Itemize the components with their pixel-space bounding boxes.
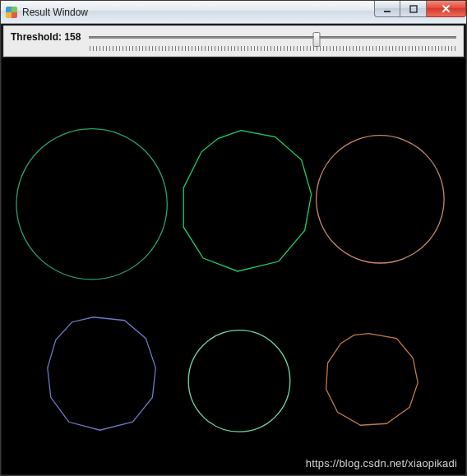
threshold-label: Threshold: 158 <box>11 31 81 43</box>
contour-bottom-middle <box>188 330 290 432</box>
maximize-button[interactable] <box>400 1 427 17</box>
result-canvas: https://blog.csdn.net/xiaopikadi <box>2 58 465 474</box>
minimize-icon <box>383 5 391 13</box>
contour-svg <box>2 58 465 474</box>
contour-bottom-left <box>48 317 156 430</box>
threshold-trackbar[interactable]: Threshold: 158 <box>11 30 456 44</box>
svg-rect-0 <box>384 11 391 12</box>
window-frame: Result Window Threshold: 1 <box>0 0 467 476</box>
svg-rect-1 <box>410 6 417 12</box>
threshold-slider-thumb[interactable] <box>313 32 321 47</box>
window-title: Result Window <box>22 7 374 18</box>
window-controls <box>374 1 466 17</box>
close-button[interactable] <box>427 1 466 17</box>
contour-bottom-right <box>326 334 418 426</box>
minimize-button[interactable] <box>374 1 400 17</box>
app-icon <box>6 7 17 18</box>
contour-top-middle <box>183 131 311 271</box>
trackbar-panel: Threshold: 158 <box>3 25 464 57</box>
close-icon <box>442 4 451 13</box>
threshold-value: 158 <box>64 31 81 43</box>
maximize-icon <box>409 5 418 13</box>
contour-top-left <box>16 129 167 280</box>
titlebar[interactable]: Result Window <box>1 1 466 24</box>
threshold-ticks <box>90 46 456 51</box>
threshold-slider-track[interactable] <box>89 31 456 43</box>
contour-top-right <box>317 136 444 263</box>
